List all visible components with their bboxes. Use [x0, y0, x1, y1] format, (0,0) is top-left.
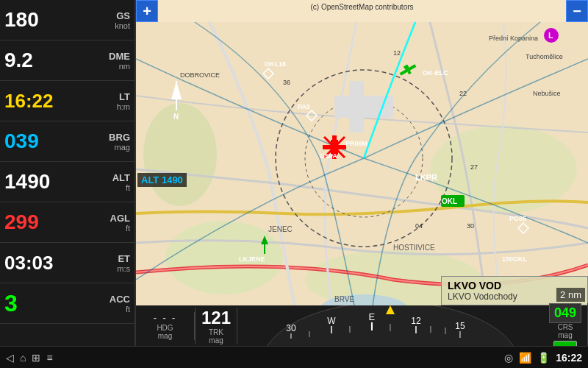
brg-label-sub: mag [115, 143, 130, 152]
lt-labels: LT h:m [86, 91, 130, 111]
et-label-sub: m:s [117, 264, 130, 273]
svg-text:OK-ELC: OK-ELC [423, 69, 448, 77]
gs-label-sub: knot [115, 21, 130, 30]
hdg-label: HDG [157, 324, 173, 332]
lt-label-sub: h:m [117, 102, 130, 111]
trk-display: 121 TRK mag [195, 308, 237, 344]
et-label-main: ET [118, 253, 130, 264]
trk-label: TRK [209, 328, 223, 336]
svg-text:OKL18: OKL18 [265, 60, 286, 68]
dme-row: 9.2 DME nm [0, 40, 135, 81]
svg-text:HOSTIIVICE: HOSTIIVICE [393, 244, 435, 252]
alt-label-sub: ft [126, 183, 130, 192]
agl-value: 299 [4, 210, 78, 234]
gs-label-main: GS [116, 10, 130, 21]
svg-point-4 [143, 103, 217, 206]
svg-text:Tuchomělice: Tuchomělice [526, 53, 563, 60]
range-display: 2 nm [556, 288, 585, 302]
svg-text:30: 30 [467, 222, 474, 230]
acc-row: 3 ACC ft [0, 283, 135, 324]
gps-icon: ◎ [504, 352, 513, 364]
acc-value: 3 [4, 290, 78, 317]
agl-labels: AGL ft [86, 213, 130, 233]
svg-text:L: L [548, 31, 553, 40]
svg-text:30: 30 [286, 323, 296, 333]
bottom-bar: - - - HDG mag 121 TRK mag 30 W [136, 305, 588, 346]
svg-rect-9 [349, 81, 364, 132]
compass-tape: 30 W E 12 15 [237, 305, 543, 346]
agl-row: 299 AGL ft [0, 202, 135, 243]
et-row: 03:03 ET m:s [0, 243, 135, 283]
crs-section: 049 CRS mag [543, 303, 588, 346]
svg-text:G5PA: G5PA [320, 152, 337, 160]
svg-text:PG05: PG05 [509, 215, 526, 222]
hdg-dashes: - - - [154, 312, 177, 324]
crs-label: CRS [557, 323, 573, 331]
hdg-section: - - - HDG mag [136, 312, 195, 340]
zoom-out-button[interactable]: − [566, 0, 588, 22]
brg-label-main: BRG [109, 132, 130, 143]
trk-value: 121 [201, 308, 231, 328]
home-icon[interactable]: ⌂ [20, 352, 26, 364]
svg-text:22: 22 [459, 90, 467, 97]
gs-row: 180 GS knot [0, 0, 135, 40]
compass-arc-svg: 30 W E 12 15 [237, 305, 543, 346]
system-bar: ◁ ⌂ ⊞ ≡ ◎ 📶 🔋 16:22 [0, 346, 588, 368]
svg-text:PR06M: PR06M [345, 140, 368, 147]
svg-text:Nebušice: Nebušice [533, 90, 561, 97]
hdg-sublabel: mag [158, 332, 172, 340]
svg-text:15: 15 [455, 321, 465, 331]
acc-label-sub: ft [126, 305, 130, 314]
alt-label-main: ALT [112, 172, 130, 183]
recent-apps-icon[interactable]: ⊞ [32, 352, 40, 364]
lt-row: 16:22 LT h:m [0, 81, 135, 121]
battery-icon: 🔋 [537, 352, 550, 364]
dme-value: 9.2 [4, 49, 78, 72]
zoom-in-button[interactable]: + [136, 0, 158, 22]
acc-labels: ACC ft [86, 294, 130, 314]
dme-label-sub: nm [119, 62, 130, 71]
main-area: 180 GS knot 9.2 DME nm 16:22 LT h:m 039 … [0, 0, 588, 346]
alt-strip: ALT 1490 [137, 173, 187, 187]
lt-value: 16:22 [4, 90, 78, 113]
svg-text:36: 36 [283, 79, 290, 86]
map-copyright: (c) OpenStreetMap contributors [310, 3, 413, 11]
menu-icon[interactable]: ≡ [46, 352, 52, 364]
svg-text:27: 27 [470, 163, 478, 171]
svg-text:DOBROVICE: DOBROVICE [180, 71, 220, 79]
agl-label-sub: ft [126, 224, 130, 233]
system-time: 16:22 [556, 352, 582, 364]
alt-row: 1490 ALT ft [0, 162, 135, 202]
gs-labels: GS knot [86, 10, 130, 30]
svg-text:04: 04 [415, 222, 423, 230]
dme-label-main: DME [109, 51, 130, 62]
svg-text:PA0: PA0 [298, 103, 310, 110]
alt-value: 1490 [4, 170, 78, 194]
left-panel: 180 GS knot 9.2 DME nm 16:22 LT h:m 039 … [0, 0, 136, 346]
svg-text:JENEC: JENEC [268, 225, 293, 233]
status-icons: ◎ 📶 🔋 16:22 [504, 352, 582, 364]
crs-value: 049 [554, 305, 576, 320]
dme-labels: DME nm [86, 51, 130, 71]
svg-text:LKJENE: LKJENE [239, 255, 265, 263]
gs-value: 180 [4, 8, 78, 32]
brg-labels: BRG mag [86, 132, 130, 152]
wifi-icon: 📶 [519, 352, 531, 364]
svg-text:OKL: OKL [442, 197, 457, 205]
et-value: 03:03 [4, 252, 78, 275]
brg-value: 039 [4, 130, 78, 153]
svg-text:Přední Kopanina: Přední Kopanina [489, 35, 538, 42]
svg-point-1 [165, 221, 283, 294]
lt-label-main: LT [119, 91, 130, 102]
map-area[interactable]: (c) OpenStreetMap contributors + − [136, 0, 588, 346]
svg-text:LKPR: LKPR [415, 173, 437, 182]
crs-sublabel: mag [558, 331, 572, 339]
svg-text:W: W [327, 316, 336, 326]
svg-text:150OKL: 150OKL [502, 255, 528, 263]
back-arrow-icon[interactable]: ◁ [6, 352, 14, 364]
acc-label-main: ACC [110, 294, 130, 305]
svg-text:E: E [369, 311, 376, 322]
trk-sublabel: mag [209, 336, 223, 344]
svg-text:N: N [173, 113, 179, 121]
system-icons: ◁ ⌂ ⊞ ≡ [6, 352, 53, 364]
